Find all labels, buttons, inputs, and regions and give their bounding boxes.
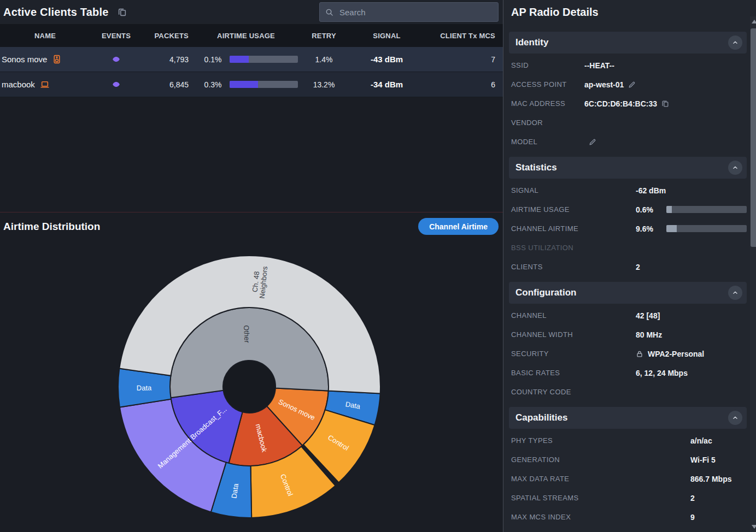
column-header-client-tx-mcs[interactable]: CLIENT Tx MCS (424, 32, 503, 40)
events-cell (90, 55, 142, 63)
detail-row-clients: CLIENTS2 (509, 257, 747, 276)
section-title: Capabilities (515, 412, 567, 423)
field-value-cell: 6, 12, 24 Mbps (636, 369, 747, 377)
client-name: macbook (2, 80, 35, 89)
section-header-capabilities[interactable]: Capabilities (509, 407, 747, 429)
field-value-cell: 42 [48] (636, 311, 747, 320)
column-header-retry[interactable]: RETRY (298, 32, 350, 40)
edit-icon[interactable] (628, 81, 636, 88)
column-header-events[interactable]: EVENTS (90, 32, 142, 40)
field-value-cell: 2 (636, 263, 747, 271)
airtime-usage-bar (230, 56, 298, 63)
field-value: 9.6% (636, 224, 660, 233)
clients-topbar: Active Clients Table (0, 0, 503, 24)
field-value: WPA2-Personal (648, 350, 704, 358)
search-input[interactable] (338, 7, 493, 17)
copy-table-icon[interactable] (118, 8, 127, 17)
column-header-name[interactable]: NAME (0, 32, 90, 40)
section-configuration: ConfigurationCHANNEL42 [48]CHANNEL WIDTH… (509, 282, 747, 401)
field-label: ACCESS POINT (511, 80, 584, 88)
ap-radio-details-title: AP Radio Details (511, 6, 747, 19)
airtime-distribution-title: Airtime Distribution (3, 221, 100, 233)
packets-value: 4,793 (142, 55, 194, 64)
table-body: Sonos move4,7930.1%1.4%-43 dBm7macbook6,… (0, 47, 503, 212)
section-rows: CHANNEL42 [48]CHANNEL WIDTH80 MHzSECURIT… (509, 304, 747, 401)
section-title: Configuration (515, 287, 576, 298)
field-value: 80 MHz (636, 330, 662, 339)
column-header-signal[interactable]: SIGNAL (350, 32, 424, 40)
collapse-button[interactable] (728, 286, 742, 300)
section-rows: PHY TYPESa/n/acGENERATIONWi-Fi 5MAX DATA… (509, 429, 747, 527)
field-value-cell: --HEAT-- (584, 61, 747, 70)
field-label: SSID (511, 61, 584, 69)
field-label: CHANNEL AIRTIME (511, 224, 636, 233)
field-value: 42 [48] (636, 311, 660, 320)
field-value: Wi-Fi 5 (690, 456, 716, 464)
scrollbar-thumb[interactable] (751, 28, 756, 247)
field-value: --HEAT-- (584, 61, 614, 70)
field-value-cell (584, 138, 747, 146)
field-label: PHY TYPES (511, 436, 690, 445)
scrollbar[interactable] (750, 16, 756, 532)
field-value: 6, 12, 24 Mbps (636, 369, 688, 377)
ap-radio-details-panel: AP Radio Details IdentitySSID--HEAT--ACC… (503, 0, 756, 532)
channel-airtime-button[interactable]: Channel Airtime (418, 218, 499, 235)
field-value-cell: 866.7 Mbps (690, 475, 747, 483)
field-label: VENDOR (511, 119, 584, 127)
client-name-cell: macbook (0, 80, 90, 89)
speaker-icon (52, 55, 62, 64)
client-tx-mcs-value: 7 (424, 55, 503, 64)
field-value: 2 (690, 494, 695, 503)
lock-icon (636, 350, 643, 358)
field-value: 9 (690, 513, 695, 522)
edit-icon[interactable] (589, 138, 596, 146)
field-value-cell: -62 dBm (636, 186, 747, 195)
column-header-packets[interactable]: PACKETS (142, 32, 194, 40)
field-value: 866.7 Mbps (690, 475, 731, 483)
chevron-up-icon (731, 414, 739, 422)
field-value-cell: ap-west-01 (584, 80, 747, 89)
field-label: SECURITY (511, 350, 636, 358)
table-row[interactable]: Sonos move4,7930.1%1.4%-43 dBm7 (0, 47, 503, 72)
field-value-cell: 80 MHz (636, 330, 747, 339)
collapse-button[interactable] (728, 411, 742, 425)
collapse-button[interactable] (728, 161, 742, 175)
signal-value: -34 dBm (350, 80, 424, 89)
bar-fill (666, 225, 677, 232)
field-value: 2 (636, 263, 640, 271)
section-header-identity[interactable]: Identity (509, 32, 747, 54)
section-rows: SIGNAL-62 dBmAIRTIME USAGE0.6%CHANNEL AI… (509, 179, 747, 276)
events-icon[interactable] (111, 80, 121, 88)
airtime-cell: 0.1% (194, 55, 298, 64)
copy-icon[interactable] (661, 100, 669, 108)
detail-row-basic-rates: BASIC RATES6, 12, 24 Mbps (509, 363, 747, 382)
field-value: 0.6% (636, 205, 660, 214)
client-name-cell: Sonos move (0, 55, 90, 64)
airtime-value: 0.1% (200, 55, 222, 64)
detail-row-airtime-usage: AIRTIME USAGE0.6% (509, 200, 747, 219)
table-row[interactable]: macbook6,8450.3%13.2%-34 dBm6 (0, 72, 503, 97)
column-header-airtime-usage[interactable]: AIRTIME USAGE (194, 32, 298, 40)
section-header-statistics[interactable]: Statistics (509, 157, 747, 179)
field-value-cell: 9 (690, 513, 747, 522)
events-icon[interactable] (111, 55, 121, 63)
detail-row-generation: GENERATIONWi-Fi 5 (509, 450, 747, 469)
airtime-usage-bar (230, 81, 298, 88)
field-label: CHANNEL (511, 311, 636, 320)
airtime-usage-bar (666, 206, 747, 213)
airtime-usage-bar-fill (230, 81, 259, 88)
app-root: Active Clients Table NAMEEVENTSPACKETSAI… (0, 0, 756, 532)
airtime-distribution-header: Airtime Distribution Channel Airtime (0, 212, 503, 240)
field-value-cell: WPA2-Personal (636, 350, 747, 358)
search-box[interactable] (319, 2, 499, 22)
field-label: CHANNEL WIDTH (511, 330, 636, 339)
section-header-configuration[interactable]: Configuration (509, 282, 747, 304)
collapse-button[interactable] (728, 36, 742, 50)
detail-row-channel-airtime: CHANNEL AIRTIME9.6% (509, 219, 747, 238)
detail-row-mac-address: MAC ADDRESS6C:CD:D6:B4:BC:33 (509, 94, 747, 113)
laptop-icon (40, 80, 50, 89)
detail-row-security: SECURITYWPA2-Personal (509, 344, 747, 363)
scrollbar-down-arrow[interactable] (752, 525, 756, 529)
scrollbar-up-arrow[interactable] (752, 20, 756, 23)
client-tx-mcs-value: 6 (424, 80, 503, 89)
